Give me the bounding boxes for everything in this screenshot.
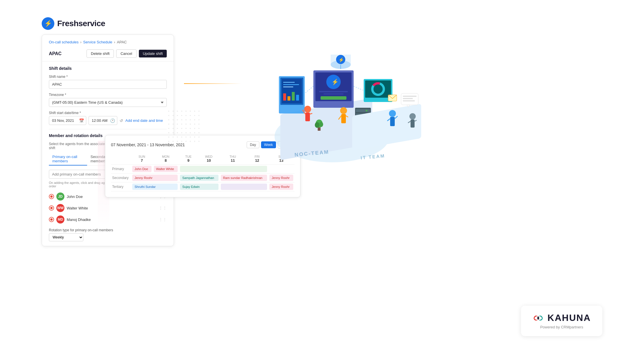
svg-point-80 [177,115,178,116]
powered-by-text: Powered by CRMpartners [540,325,583,329]
rotation-label: Rotation type for primary on-call member… [49,228,167,232]
svg-rect-29 [341,114,346,123]
svg-rect-12 [296,95,299,101]
refresh-icon: ↺ [120,118,123,123]
event-bar: Sujay Edwin [180,184,218,190]
svg-point-90 [185,119,187,120]
svg-point-105 [181,128,182,129]
rotation-select[interactable]: Weekly [49,233,83,241]
svg-rect-48 [411,120,415,128]
svg-point-84 [194,115,195,116]
svg-point-113 [181,132,182,133]
svg-point-86 [168,119,169,120]
avatar: WW [56,204,64,212]
add-end-link[interactable]: Add end date and time [125,118,163,123]
svg-point-102 [168,128,169,129]
avatar: MD [56,215,64,224]
svg-point-47 [409,113,416,120]
svg-point-73 [181,111,182,112]
shift-name-group: Shift name * [49,75,167,89]
svg-point-87 [172,119,174,120]
svg-point-28 [340,107,347,114]
svg-rect-11 [292,92,295,101]
svg-rect-6 [283,82,295,83]
breadcrumb-oncall[interactable]: On-call schedules [49,40,78,44]
event-cell: Sampath Jagannathan [179,174,220,182]
svg-line-57 [354,86,364,90]
col-header-sun: SUN 7 [131,153,153,165]
svg-point-75 [190,111,191,112]
date-input-wrap: 📅 [49,116,86,125]
svg-rect-25 [305,113,310,121]
drag-handle-icon[interactable]: ⋮⋮ [159,206,167,210]
breadcrumb: On-call schedules › Service Schedule › A… [42,35,174,47]
svg-rect-7 [283,84,299,85]
svg-rect-18 [323,93,344,95]
calendar-icon: 📅 [79,118,84,123]
kahuna-icon [532,313,544,323]
event-bar: Jenny Roohr [132,175,178,181]
svg-text:⚡: ⚡ [338,57,344,63]
svg-point-93 [198,119,200,120]
event-bar: Walter White [154,166,178,172]
svg-point-106 [185,128,187,129]
svg-point-130 [185,141,187,142]
svg-point-97 [181,124,182,125]
event-cell: John Doe [131,165,153,174]
kahuna-brand-text: KAHUNA [547,313,591,323]
breadcrumb-service[interactable]: Service Schedule [83,40,112,44]
timezone-label: Timezone * [49,93,167,97]
svg-point-85 [198,115,200,116]
svg-point-122 [185,136,187,138]
svg-point-111 [172,132,174,133]
svg-point-126 [168,141,169,142]
timezone-group: Timezone * (GMT-05:00) Eastern Time (US … [49,93,167,107]
svg-point-127 [172,141,174,142]
event-cell: Walter White [153,165,179,174]
svg-point-101 [198,124,200,125]
svg-rect-10 [288,96,290,101]
svg-point-70 [168,111,169,112]
event-cell: Jenny Roohr [131,174,179,182]
svg-rect-17 [319,91,348,92]
svg-rect-8 [283,86,293,87]
svg-line-27 [310,113,312,114]
date-time-row: 📅 🕐 ↺ Add end date and time [49,116,167,125]
member-name: Walter White [67,206,156,210]
panel-title: APAC [49,51,62,56]
timezone-select[interactable]: (GMT-05:00) Eastern Time (US & Canada) [49,98,167,107]
update-shift-button[interactable]: Update shift [139,50,167,57]
svg-point-115 [190,132,191,133]
shift-details-title: Shift details [49,66,167,71]
tab-primary[interactable]: Primary on-call members [49,153,87,165]
svg-point-112 [177,132,178,133]
svg-point-81 [181,115,182,116]
svg-point-98 [185,124,187,125]
datetime-group: Shift start date/time * 📅 🕐 ↺ Add end da… [49,111,167,125]
shift-name-input[interactable] [49,80,167,89]
delete-shift-button[interactable]: Delete shift [87,49,114,58]
svg-point-88 [177,119,178,120]
svg-rect-65 [403,98,413,99]
row-label-tertiary: Tertiary [111,182,131,191]
svg-point-82 [185,115,187,116]
clock-icon: 🕐 [110,118,115,123]
cancel-button[interactable]: Cancel [116,49,136,58]
svg-point-117 [198,132,200,133]
svg-point-83 [190,115,191,116]
avatar: JD [56,192,64,201]
time-input-wrap: 🕐 [89,116,117,125]
svg-point-100 [194,124,195,125]
svg-point-71 [172,111,174,112]
svg-point-61 [315,122,319,128]
svg-point-108 [194,128,195,129]
svg-point-92 [194,119,195,120]
breadcrumb-sep-1: › [80,40,81,44]
datetime-label: Shift start date/time * [49,111,167,115]
svg-point-43 [389,110,396,117]
svg-text:⚡: ⚡ [331,78,339,85]
orange-line-decoration [184,83,241,84]
svg-point-110 [168,132,169,133]
drag-handle-icon[interactable]: ⋮⋮ [159,217,167,222]
svg-point-91 [190,119,191,120]
